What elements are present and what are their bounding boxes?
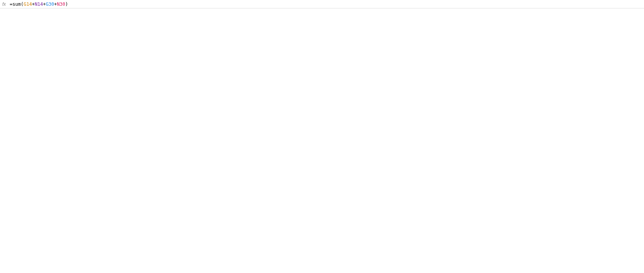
- formula-bar[interactable]: fx =sum(G14+N14+G30+N30): [0, 0, 644, 8]
- fx-icon: fx: [2, 2, 6, 7]
- formula-text: =sum(G14+N14+G30+N30): [10, 2, 68, 7]
